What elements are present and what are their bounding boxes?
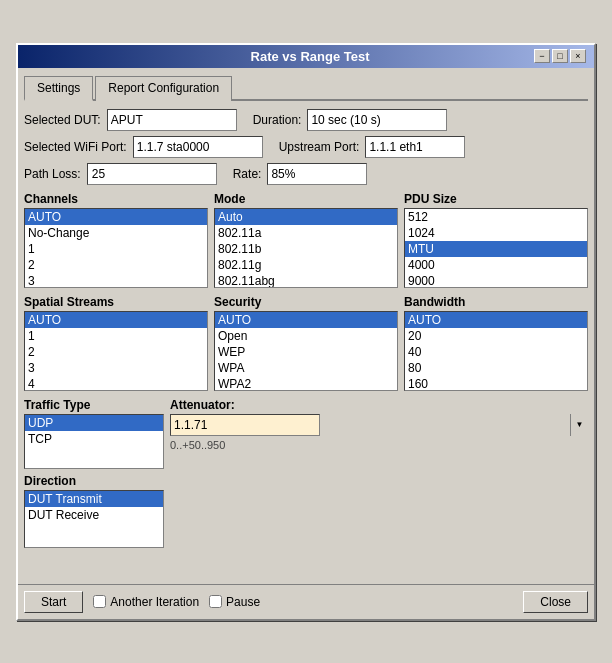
attenuator-section: Attenuator: 0..+50..950 (170, 396, 588, 469)
channels-label: Channels (24, 192, 208, 206)
pdu-size-container: PDU Size 512 1024 MTU 4000 9000 (404, 190, 588, 288)
attenuator-dropdown-arrow[interactable] (570, 414, 588, 436)
rate-wrapper: 85% (267, 163, 367, 185)
tab-report-configuration[interactable]: Report Configuration (95, 76, 232, 101)
another-iteration-checkbox[interactable] (93, 595, 106, 608)
list-item[interactable]: WPA2 (215, 376, 397, 391)
spatial-security-bandwidth-row: Spatial Streams AUTO 1 2 3 4 Security AU… (24, 293, 588, 391)
list-item[interactable]: 512 (405, 209, 587, 225)
footer: Start Another Iteration Pause Close (18, 584, 594, 619)
attenuator-label: Attenuator: (170, 398, 588, 412)
bandwidth-list[interactable]: AUTO 20 40 80 160 (404, 311, 588, 391)
list-item[interactable]: 802.11b (215, 241, 397, 257)
security-container: Security AUTO Open WEP WPA WPA2 (214, 293, 398, 391)
traffic-type-section: Traffic Type UDP TCP (24, 396, 164, 469)
list-item[interactable]: 2 (25, 344, 207, 360)
mode-list[interactable]: Auto 802.11a 802.11b 802.11g 802.11abg (214, 208, 398, 288)
close-window-button[interactable]: × (570, 49, 586, 63)
path-loss-input[interactable]: 25 (87, 163, 217, 185)
list-item[interactable]: MTU (405, 241, 587, 257)
selected-dut-select[interactable]: APUT (107, 109, 237, 131)
list-item[interactable]: 1 (25, 328, 207, 344)
list-item[interactable]: No-Change (25, 225, 207, 241)
list-item[interactable]: DUT Receive (25, 507, 163, 523)
list-item[interactable]: 160 (405, 376, 587, 391)
upstream-wrapper: 1.1.1 eth1 (365, 136, 465, 158)
security-label: Security (214, 295, 398, 309)
traffic-type-list[interactable]: UDP TCP (24, 414, 164, 469)
path-loss-label: Path Loss: (24, 167, 81, 181)
upstream-select[interactable]: 1.1.1 eth1 (365, 136, 465, 158)
list-item[interactable]: UDP (25, 415, 163, 431)
selected-dut-label: Selected DUT: (24, 113, 101, 127)
list-item[interactable]: DUT Transmit (25, 491, 163, 507)
pause-checkbox[interactable] (209, 595, 222, 608)
rate-label: Rate: (233, 167, 262, 181)
upstream-label: Upstream Port: (279, 140, 360, 154)
duration-label: Duration: (253, 113, 302, 127)
spacer (24, 548, 588, 578)
title-bar-buttons: − □ × (534, 49, 586, 63)
direction-section: Direction DUT Transmit DUT Receive (24, 474, 588, 548)
list-item[interactable]: 802.11abg (215, 273, 397, 288)
content-area: Settings Report Configuration Selected D… (18, 68, 594, 584)
selected-wifi-label: Selected WiFi Port: (24, 140, 127, 154)
tab-settings[interactable]: Settings (24, 76, 93, 101)
selected-dut-wrapper: APUT (107, 109, 237, 131)
pause-label: Pause (209, 595, 260, 609)
attenuator-input[interactable] (170, 414, 320, 436)
list-item[interactable]: AUTO (215, 312, 397, 328)
list-item[interactable]: AUTO (405, 312, 587, 328)
direction-list[interactable]: DUT Transmit DUT Receive (24, 490, 164, 548)
list-item[interactable]: 802.11a (215, 225, 397, 241)
spatial-streams-list[interactable]: AUTO 1 2 3 4 (24, 311, 208, 391)
duration-select[interactable]: 10 sec (10 s) (307, 109, 447, 131)
another-iteration-label: Another Iteration (93, 595, 199, 609)
spatial-streams-label: Spatial Streams (24, 295, 208, 309)
channels-list[interactable]: AUTO No-Change 1 2 3 (24, 208, 208, 288)
list-item[interactable]: 4 (25, 376, 207, 391)
list-item[interactable]: Open (215, 328, 397, 344)
wifi-upstream-row: Selected WiFi Port: 1.1.7 sta0000 Upstre… (24, 136, 588, 158)
tab-bar: Settings Report Configuration (24, 74, 588, 101)
traffic-type-label: Traffic Type (24, 398, 164, 412)
selected-wifi-select[interactable]: 1.1.7 sta0000 (133, 136, 263, 158)
security-list[interactable]: AUTO Open WEP WPA WPA2 (214, 311, 398, 391)
dut-duration-row: Selected DUT: APUT Duration: 10 sec (10 … (24, 109, 588, 131)
list-item[interactable]: 3 (25, 273, 207, 288)
window-title: Rate vs Range Test (251, 49, 370, 64)
rate-select[interactable]: 85% (267, 163, 367, 185)
list-item[interactable]: 9000 (405, 273, 587, 288)
selected-wifi-wrapper: 1.1.7 sta0000 (133, 136, 263, 158)
list-item[interactable]: 802.11g (215, 257, 397, 273)
main-window: Rate vs Range Test − □ × Settings Report… (16, 43, 596, 621)
list-item[interactable]: WPA (215, 360, 397, 376)
minimize-button[interactable]: − (534, 49, 550, 63)
mode-label: Mode (214, 192, 398, 206)
list-item[interactable]: AUTO (25, 209, 207, 225)
list-item[interactable]: 3 (25, 360, 207, 376)
list-item[interactable]: 2 (25, 257, 207, 273)
list-item[interactable]: TCP (25, 431, 163, 447)
list-item[interactable]: 80 (405, 360, 587, 376)
list-item[interactable]: 1 (25, 241, 207, 257)
path-rate-row: Path Loss: 25 Rate: 85% (24, 163, 588, 185)
list-item[interactable]: 20 (405, 328, 587, 344)
bandwidth-container: Bandwidth AUTO 20 40 80 160 (404, 293, 588, 391)
list-item[interactable]: Auto (215, 209, 397, 225)
list-item[interactable]: 40 (405, 344, 587, 360)
attenuator-range: 0..+50..950 (170, 439, 588, 451)
channels-mode-pdu-row: Channels AUTO No-Change 1 2 3 Mode Auto … (24, 190, 588, 288)
list-item[interactable]: AUTO (25, 312, 207, 328)
pdu-size-list[interactable]: 512 1024 MTU 4000 9000 (404, 208, 588, 288)
restore-button[interactable]: □ (552, 49, 568, 63)
list-item[interactable]: WEP (215, 344, 397, 360)
title-bar: Rate vs Range Test − □ × (18, 45, 594, 68)
spatial-streams-container: Spatial Streams AUTO 1 2 3 4 (24, 293, 208, 391)
list-item[interactable]: 4000 (405, 257, 587, 273)
mode-container: Mode Auto 802.11a 802.11b 802.11g 802.11… (214, 190, 398, 288)
list-item[interactable]: 1024 (405, 225, 587, 241)
close-button[interactable]: Close (523, 591, 588, 613)
pdu-size-label: PDU Size (404, 192, 588, 206)
start-button[interactable]: Start (24, 591, 83, 613)
